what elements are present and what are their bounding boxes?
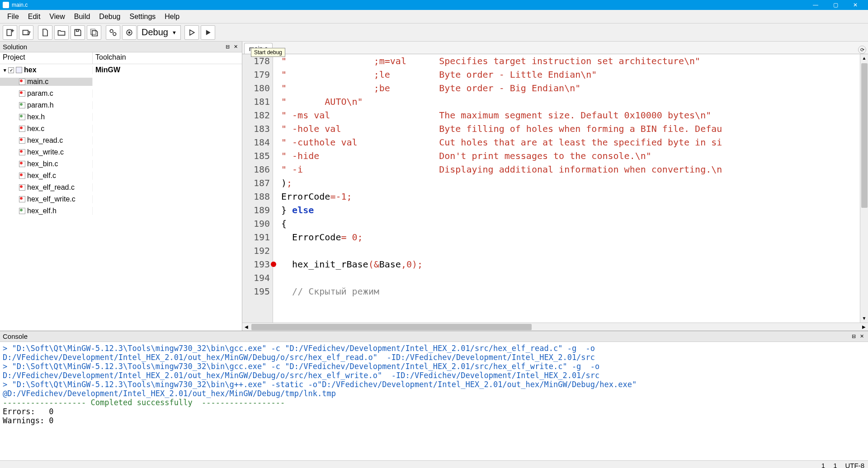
code-line[interactable]: ErrorCode=-1; [281,190,868,203]
code-line[interactable]: ErrorCode= 0; [281,230,868,244]
file-row[interactable]: param.h [0,99,242,111]
console-line: > "D:\Soft\Qt\MinGW-5.12.3\Tools\mingw73… [3,344,865,353]
file-icon [19,173,25,179]
menu-help[interactable]: Help [160,11,184,23]
line-number[interactable]: 184 [242,136,270,149]
line-number[interactable]: 188 [242,190,270,203]
menu-settings[interactable]: Settings [125,11,160,23]
line-number[interactable]: 190 [242,217,270,230]
sync-button[interactable]: ⟳ [858,46,866,54]
save-button[interactable] [71,25,85,40]
panel-pin-button[interactable]: ⊟ [224,44,231,50]
console-line: D:/VFedichev/Development/Intel_HEX_2.01/… [3,371,865,380]
code-line[interactable]: " ;m=val Specifies target instruction se… [281,54,868,68]
console-pin-button[interactable]: ⊟ [850,333,857,339]
panel-close-button[interactable]: ✕ [232,44,239,50]
file-row[interactable]: main.c [0,76,242,88]
hscroll-thumb[interactable] [251,324,532,330]
file-row[interactable]: hex_elf.c [0,170,242,182]
open-file-button[interactable] [54,25,69,40]
rebuild-button[interactable] [122,25,137,40]
close-window-button[interactable]: ✕ [845,2,865,8]
project-row[interactable]: ▾✓hexMinGW [0,64,242,76]
code-line[interactable]: { [281,217,868,230]
line-number[interactable]: 179 [242,68,270,81]
scroll-down-icon[interactable]: ▼ [860,314,868,323]
menu-build[interactable]: Build [70,11,95,23]
file-row[interactable]: hex_elf_read.c [0,182,242,193]
open-solution-button[interactable] [19,25,33,40]
scroll-left-icon[interactable]: ◀ [242,323,250,331]
new-file-button[interactable] [38,25,52,40]
vscroll-thumb[interactable] [861,63,868,208]
build-config-combo[interactable]: Debug ▼ [137,25,181,40]
maximize-button[interactable]: ▢ [826,2,845,8]
code-line[interactable]: " ;le Byte order - Little Endian\n" [281,68,868,81]
menu-edit[interactable]: Edit [24,11,45,23]
line-number[interactable]: 191 [242,230,270,244]
run-button[interactable] [184,25,199,40]
line-number[interactable]: 185 [242,149,270,163]
file-row[interactable]: hex_write.c [0,146,242,158]
file-row[interactable]: hex_read.c [0,135,242,146]
file-row[interactable]: hex.h [0,111,242,123]
code-line[interactable] [281,271,868,285]
file-row[interactable]: hex_bin.c [0,158,242,170]
project-checkbox[interactable]: ✓ [8,67,14,73]
code-line[interactable]: " -hole val Byte filling of holes when f… [281,122,868,136]
editor-vscroll[interactable]: ▲ ▼ [860,54,868,323]
build-button[interactable] [106,25,120,40]
code-line[interactable]: " AUTO\n" [281,95,868,108]
file-row[interactable]: hex.c [0,123,242,135]
code-line[interactable]: " -i Displaying additional information w… [281,163,868,176]
file-icon [19,79,25,85]
scroll-up-icon[interactable]: ▲ [860,54,868,62]
line-number[interactable]: 189 [242,203,270,217]
scroll-right-icon[interactable]: ▶ [860,323,868,331]
svg-marker-10 [206,30,211,35]
menu-view[interactable]: View [45,11,69,23]
file-row[interactable]: hex_elf.h [0,205,242,217]
file-icon [19,126,25,132]
code-line[interactable]: " ;be Byte order - Big Endian\n" [281,81,868,95]
file-row[interactable]: param.c [0,88,242,99]
file-row[interactable]: hex_elf_write.c [0,193,242,205]
code-line[interactable]: " -ms val The maximum segment size. Defa… [281,108,868,122]
code-lines[interactable]: " ;m=val Specifies target instruction se… [273,54,868,323]
start-debug-button[interactable] [201,25,215,40]
code-area[interactable]: 1781791801811821831841851861871881891901… [242,54,868,323]
line-number[interactable]: 186 [242,163,270,176]
line-number[interactable]: 180 [242,81,270,95]
code-line[interactable] [281,244,868,257]
breakpoint-icon[interactable] [271,262,276,267]
code-line[interactable]: " -hide Don't print messages to the cons… [281,149,868,163]
code-line[interactable]: // Скрытый режим [281,285,868,298]
new-solution-button[interactable] [3,25,17,40]
save-all-button[interactable] [87,25,101,40]
console-close-button[interactable]: ✕ [858,333,865,339]
file-icon [19,102,25,108]
minimize-button[interactable]: — [806,2,826,8]
line-gutter[interactable]: 1781791801811821831841851861871881891901… [242,54,273,323]
console-body[interactable]: > "D:\Soft\Qt\MinGW-5.12.3\Tools\mingw73… [0,342,868,460]
expand-icon[interactable]: ▾ [2,67,8,73]
file-icon [19,114,25,120]
line-number[interactable]: 187 [242,176,270,190]
line-number[interactable]: 193 [242,257,270,271]
menu-file[interactable]: File [3,11,24,23]
line-number[interactable]: 195 [242,285,270,298]
menubar: FileEditViewBuildDebugSettingsHelp [0,10,868,23]
code-line[interactable]: hex_init_rBase(&Base,0); [281,257,868,271]
line-number[interactable]: 194 [242,271,270,285]
line-number[interactable]: 181 [242,95,270,108]
svg-rect-0 [7,29,11,35]
code-line[interactable]: " -cuthole val Cut holes that are at lea… [281,136,868,149]
editor-hscroll[interactable]: ◀ ▶ [242,323,868,331]
menu-debug[interactable]: Debug [94,11,125,23]
line-number[interactable]: 182 [242,108,270,122]
code-line[interactable]: ); [281,176,868,190]
toolbar: Debug ▼ [0,23,868,42]
line-number[interactable]: 192 [242,244,270,257]
code-line[interactable]: } else [281,203,868,217]
line-number[interactable]: 183 [242,122,270,136]
